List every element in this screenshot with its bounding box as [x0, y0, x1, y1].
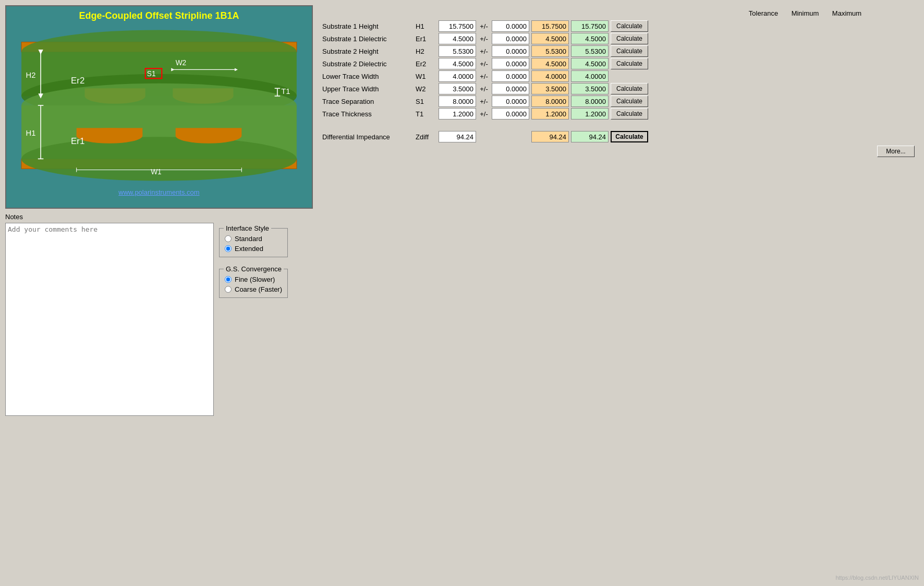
param-min-3[interactable] [531, 58, 569, 69]
url-watermark: https://blog.csdn.net/LIYUANXIN [835, 575, 919, 581]
param-min-6[interactable] [531, 95, 569, 107]
param-tolerance-5[interactable] [492, 83, 529, 94]
impedance-value-input[interactable] [439, 131, 476, 142]
param-name-1: Substrate 1 Dielectric [322, 35, 414, 43]
right-options: Interface Style Standard Extended [219, 223, 288, 298]
interface-style-fieldset: Interface Style Standard Extended [219, 228, 288, 257]
param-tolerance-2[interactable] [492, 45, 529, 57]
header-maximum: Maximum [826, 9, 868, 17]
param-name-0: Substrate 1 Height [322, 22, 414, 30]
param-value-3[interactable] [439, 58, 476, 69]
param-max-0[interactable] [571, 20, 609, 32]
radio-extended[interactable]: Extended [225, 245, 282, 253]
param-symbol-1: Er1 [416, 35, 436, 43]
param-symbol-6: S1 [416, 98, 436, 105]
param-name-6: Trace Separation [322, 98, 414, 105]
svg-text:H2: H2 [26, 71, 36, 79]
svg-text:H1: H1 [26, 129, 36, 137]
radio-fine-label: Fine (Slower) [235, 276, 275, 283]
calc-button-0[interactable]: Calculate [611, 20, 648, 32]
radio-extended-input[interactable] [225, 245, 232, 252]
params-container: Substrate 1 Height H1 +/- Calculate Subs… [322, 20, 915, 121]
interface-style-legend: Interface Style [224, 224, 271, 232]
radio-standard[interactable]: Standard [225, 235, 282, 243]
param-value-2[interactable] [439, 45, 476, 57]
radio-extended-label: Extended [235, 245, 263, 253]
svg-text:Er2: Er2 [71, 76, 84, 86]
param-row-3: Substrate 2 Dielectric Er2 +/- Calculate [322, 58, 915, 69]
param-value-5[interactable] [439, 83, 476, 94]
param-min-0[interactable] [531, 20, 569, 32]
gs-convergence-legend: G.S. Convergence [224, 265, 284, 273]
svg-text:W2: W2 [176, 59, 187, 67]
radio-standard-label: Standard [235, 235, 262, 243]
param-plusminus-4: +/- [478, 73, 490, 80]
param-row-0: Substrate 1 Height H1 +/- Calculate [322, 20, 915, 32]
param-row-7: Trace Thickness T1 +/- Calculate [322, 108, 915, 119]
param-min-2[interactable] [531, 45, 569, 57]
impedance-max-input[interactable] [571, 131, 609, 142]
left-panel: Edge-Coupled Offset Stripline 1B1A [5, 5, 313, 416]
param-max-5[interactable] [571, 83, 609, 94]
param-plusminus-5: +/- [478, 85, 490, 93]
param-min-7[interactable] [531, 108, 569, 119]
param-max-7[interactable] [571, 108, 609, 119]
svg-rect-13 [77, 128, 143, 136]
param-max-2[interactable] [571, 45, 609, 57]
param-min-1[interactable] [531, 33, 569, 44]
svg-text:S1: S1 [147, 70, 156, 78]
param-symbol-7: T1 [416, 110, 436, 118]
calc-button-6[interactable]: Calculate [611, 95, 648, 107]
calc-button-2[interactable]: Calculate [611, 45, 648, 57]
param-tolerance-3[interactable] [492, 58, 529, 69]
param-max-1[interactable] [571, 33, 609, 44]
param-tolerance-1[interactable] [492, 33, 529, 44]
param-symbol-0: H1 [416, 22, 436, 30]
param-row-5: Upper Trace Width W2 +/- Calculate [322, 83, 915, 94]
param-min-4[interactable] [531, 70, 569, 82]
param-tolerance-6[interactable] [492, 95, 529, 107]
header-tolerance: Tolerance [743, 9, 784, 17]
svg-text:Er1: Er1 [71, 136, 84, 146]
radio-coarse[interactable]: Coarse (Faster) [225, 285, 282, 293]
radio-coarse-input[interactable] [225, 286, 232, 293]
param-value-6[interactable] [439, 95, 476, 107]
more-button[interactable]: More... [877, 146, 915, 157]
param-max-6[interactable] [571, 95, 609, 107]
notes-section: Notes Interface Style Standard [5, 213, 313, 416]
calc-button-3[interactable]: Calculate [611, 58, 648, 69]
calc-button-1[interactable]: Calculate [611, 33, 648, 44]
impedance-row: Differential Impedance Zdiff Calculate [322, 131, 915, 142]
notes-textarea[interactable] [5, 223, 214, 416]
param-tolerance-7[interactable] [492, 108, 529, 119]
gs-convergence-fieldset: G.S. Convergence Fine (Slower) Coarse (F… [219, 269, 288, 298]
impedance-symbol: Zdiff [416, 133, 436, 141]
param-value-4[interactable] [439, 70, 476, 82]
param-name-3: Substrate 2 Dielectric [322, 60, 414, 68]
param-max-4[interactable] [571, 70, 609, 82]
param-value-1[interactable] [439, 33, 476, 44]
param-value-0[interactable] [439, 20, 476, 32]
diagram-graphic: Er2 Er1 H2 H1 T1 [10, 25, 308, 186]
interface-style-radios: Standard Extended [225, 232, 282, 253]
param-max-3[interactable] [571, 58, 609, 69]
radio-fine-input[interactable] [225, 276, 232, 283]
radio-fine[interactable]: Fine (Slower) [225, 276, 282, 283]
calc-button-5[interactable]: Calculate [611, 83, 648, 94]
param-value-7[interactable] [439, 108, 476, 119]
param-min-5[interactable] [531, 83, 569, 94]
impedance-min-input[interactable] [531, 131, 569, 142]
impedance-calculate-button[interactable]: Calculate [611, 131, 648, 142]
diagram-svg: Er2 Er1 H2 H1 T1 [10, 25, 308, 186]
calc-button-7[interactable]: Calculate [611, 108, 648, 119]
svg-text:T1: T1 [281, 87, 290, 95]
param-name-5: Upper Trace Width [322, 85, 414, 93]
param-name-7: Trace Thickness [322, 110, 414, 118]
param-tolerance-0[interactable] [492, 20, 529, 32]
param-name-4: Lower Trace Width [322, 73, 414, 80]
diagram-box: Edge-Coupled Offset Stripline 1B1A [5, 5, 313, 209]
param-row-1: Substrate 1 Dielectric Er1 +/- Calculate [322, 33, 915, 44]
param-tolerance-4[interactable] [492, 70, 529, 82]
radio-standard-input[interactable] [225, 235, 232, 242]
right-panel: Tolerance Minimum Maximum Substrate 1 He… [318, 5, 919, 416]
